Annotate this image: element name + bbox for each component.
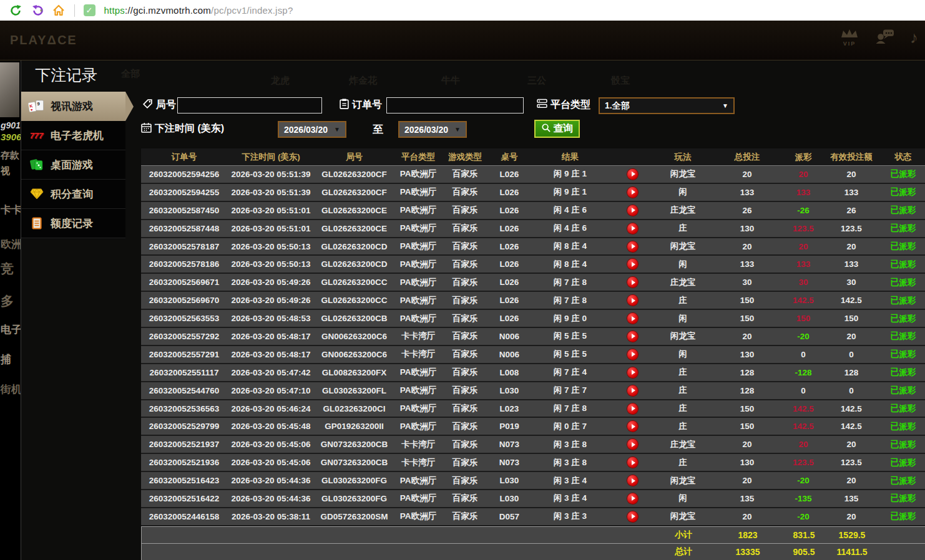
total-row-totalBet: 13335 [710, 544, 785, 560]
col-header-game: 游戏类型 [443, 148, 487, 165]
home-icon[interactable] [52, 4, 66, 17]
cell-result: 闲 7 庄 8 [531, 292, 609, 309]
replay-play-button[interactable] [627, 457, 638, 468]
ghost-nav-item: 炸金花 [349, 75, 377, 87]
cell-platform: PA欧洲厅 [394, 490, 443, 507]
cell-status: 已派彩 [881, 508, 925, 525]
cell-platform: PA欧洲厅 [394, 508, 443, 525]
cell-platform: PA欧洲厅 [394, 166, 443, 183]
replay-play-button[interactable] [627, 313, 638, 324]
replay-play-button[interactable] [627, 367, 638, 378]
replay-play-button[interactable] [627, 385, 638, 396]
sidebar-item-quota-records[interactable]: 额度记录 [21, 209, 125, 238]
total-row-empty [443, 544, 488, 560]
table-header-row: 订单号下注时间 (美东)局号平台类型游戏类型桌号结果玩法总投注派彩有效投注额状态 [141, 148, 925, 166]
cell-platform: PA欧洲厅 [394, 292, 443, 309]
cell-round: GL026263200CB [315, 310, 394, 327]
url-field[interactable]: https://gci.mzvmotrh.com/pc/pcv1/index.j… [104, 5, 293, 16]
back-dropdown-caret[interactable]: ▾ [40, 7, 43, 14]
replay-play-button[interactable] [627, 277, 638, 287]
round-number-input[interactable] [177, 97, 322, 113]
cell-totalBet: 20 [710, 238, 785, 255]
cell-payout: 150 [785, 310, 822, 327]
replay-play-button[interactable] [627, 349, 638, 360]
cell-time: 2026-03-20 05:44:36 [227, 472, 315, 489]
cell-platform: PA欧洲厅 [394, 310, 443, 327]
search-button[interactable]: 查询 [534, 120, 580, 138]
cell-status: 已派彩 [881, 292, 925, 309]
subtotal-row-empty [610, 527, 657, 543]
replay-play-button[interactable] [627, 205, 638, 216]
cell-play: 庄 [656, 418, 710, 435]
sidebar-item-table-games[interactable]: 桌面游戏 [21, 150, 125, 180]
cell-tableNo: D057 [487, 508, 531, 525]
cell-game: 百家乐 [443, 472, 487, 489]
table-body: 2603200525942562026-03-20 05:51:39GL0262… [141, 166, 925, 560]
sidebar-item-live-games[interactable]: K♥9 视讯游戏 [21, 92, 125, 121]
col-header-totalBet: 总投注 [710, 148, 785, 165]
cell-result: 闲 0 庄 7 [531, 418, 609, 435]
cell-tableNo: L026 [487, 256, 531, 273]
col-header-order: 订单号 [141, 148, 227, 165]
reload-icon[interactable] [9, 4, 22, 17]
url-host: ://gci.mzvmotrh.com [125, 5, 211, 16]
music-icon[interactable]: ♪ [910, 28, 921, 47]
replay-play-button[interactable] [627, 259, 638, 269]
table-row: 2603200525781872026-03-20 05:50:13GL0262… [141, 238, 925, 256]
sidebar-item-slots[interactable]: 777 电子老虎机 [21, 121, 125, 150]
cell-round: GD057263200SM [315, 508, 394, 525]
cell-round: GL026263200CC [315, 274, 394, 291]
cell-totalBet: 20 [710, 166, 785, 183]
cell-replay [609, 238, 656, 255]
browser-bar: ▾ ✓ https://gci.mzvmotrh.com/pc/pcv1/ind… [0, 0, 925, 21]
security-shield-icon[interactable]: ✓ [84, 4, 95, 16]
replay-play-button[interactable] [627, 475, 638, 486]
replay-play-button[interactable] [627, 169, 638, 180]
cell-play: 庄 [656, 292, 710, 309]
table-row: 2603200525696712026-03-20 05:49:26GL0262… [141, 274, 925, 292]
cell-tableNo: L026 [487, 310, 531, 327]
cell-totalBet: 150 [710, 292, 785, 309]
document-icon [28, 217, 45, 229]
replay-play-button[interactable] [627, 331, 638, 342]
date-to-select[interactable]: 2026/03/20 ▼ [398, 121, 467, 138]
table-row: 2603200525447602026-03-20 05:47:10GL0302… [141, 382, 925, 400]
platform-type-select[interactable]: 1.全部 ▼ [599, 97, 735, 114]
cell-play: 庄 [656, 382, 710, 399]
cell-validBet: 26 [822, 202, 881, 219]
cell-replay [609, 454, 656, 471]
replay-play-button[interactable] [627, 187, 638, 198]
replay-play-button[interactable] [627, 223, 638, 234]
customer-service-icon[interactable] [875, 29, 895, 47]
cell-totalBet: 133 [710, 184, 785, 201]
cell-order: 260320052578187 [141, 238, 227, 255]
date-from-select[interactable]: 2026/03/20 ▼ [278, 121, 346, 138]
order-number-input[interactable] [386, 97, 524, 113]
cell-order: 260320052594256 [141, 166, 227, 183]
cell-tableNo: L026 [487, 238, 531, 255]
cell-order: 260320052557292 [141, 328, 227, 345]
cell-order: 260320052557291 [141, 346, 227, 363]
subtotal-row-validBet: 1529.5 [823, 527, 881, 543]
vip-button[interactable]: VIP [839, 29, 860, 47]
table-row: 2603200525874482026-03-20 05:51:01GL0262… [141, 220, 925, 238]
replay-play-button[interactable] [627, 295, 638, 306]
replay-play-button[interactable] [627, 421, 638, 432]
cell-result: 闲 7 庄 8 [531, 274, 609, 291]
cell-game: 百家乐 [443, 328, 487, 345]
replay-play-button[interactable] [627, 403, 638, 414]
cell-order: 260320052516423 [141, 472, 227, 489]
sidebar-item-label: 额度记录 [51, 216, 93, 231]
cell-time: 2026-03-20 05:49:26 [227, 292, 315, 309]
cell-result: 闲 5 庄 5 [531, 346, 609, 363]
replay-play-button[interactable] [627, 511, 638, 522]
replay-play-button[interactable] [627, 493, 638, 504]
cell-play: 庄龙宝 [656, 274, 710, 291]
col-header-play: 玩法 [656, 148, 710, 165]
cell-round: GL008263200FX [315, 364, 394, 381]
replay-play-button[interactable] [627, 241, 638, 252]
sidebar-item-points[interactable]: 积分查询 [21, 180, 125, 209]
platform-type-value: 1.全部 [605, 100, 630, 112]
replay-play-button[interactable] [627, 439, 638, 450]
cell-time: 2026-03-20 05:51:39 [227, 184, 315, 201]
